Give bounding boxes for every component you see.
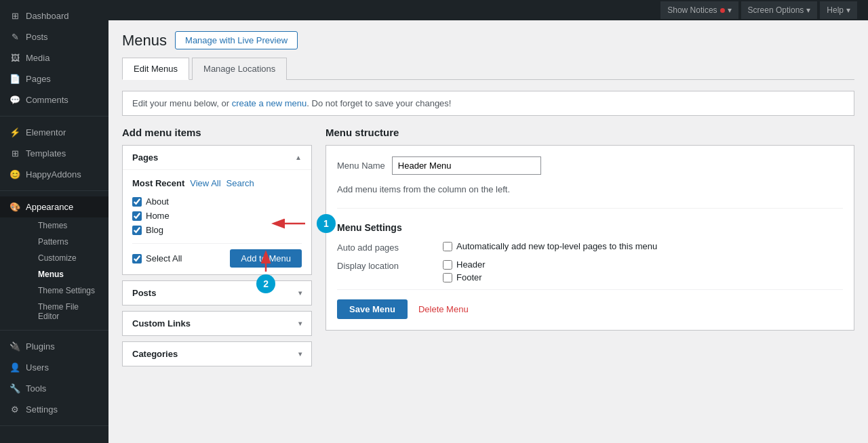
- sidebar-item-media[interactable]: 🖼 Media: [0, 47, 108, 68]
- menu-name-input[interactable]: [392, 156, 541, 175]
- happyaddons-icon: 😊: [9, 169, 20, 180]
- menu-structure-box: Menu Name Add menu items from the column…: [326, 145, 854, 331]
- posts-accordion-title: Posts: [132, 288, 156, 298]
- pages-accordion: Pages ▲ Most Recent View All Search: [122, 145, 312, 275]
- sidebar-item-tools[interactable]: 🔧 Tools: [0, 378, 108, 399]
- sidebar-item-theme-settings[interactable]: Theme Settings: [19, 282, 108, 299]
- custom-links-chevron-icon: ▾: [298, 320, 302, 327]
- pages-accordion-body: Most Recent View All Search About: [123, 169, 311, 274]
- step2-arrow: [258, 254, 274, 274]
- sub-tab-search[interactable]: Search: [226, 177, 254, 190]
- left-panel: Add menu items Pages ▲ Most Recent View …: [122, 127, 312, 372]
- users-icon: 👤: [9, 362, 20, 373]
- select-all-label: Select All: [146, 253, 182, 263]
- live-preview-button[interactable]: Manage with Live Preview: [175, 31, 298, 49]
- menu-empty-text: Add menu items from the column on the le…: [337, 184, 843, 209]
- sidebar-item-posts[interactable]: ✎ Posts: [0, 26, 108, 47]
- posts-chevron-icon: ▾: [298, 289, 302, 297]
- elementor-icon: ⚡: [9, 127, 20, 138]
- notice-dot: [720, 8, 725, 13]
- comments-icon: 💬: [9, 95, 20, 105]
- save-menu-button[interactable]: Save Menu: [337, 299, 408, 319]
- menu-structure-heading: Menu structure: [326, 127, 854, 138]
- sidebar-item-plugins[interactable]: 🔌 Plugins: [0, 336, 108, 357]
- step2-badge: 2: [256, 274, 275, 293]
- plugins-icon: 🔌: [9, 341, 20, 352]
- menu-name-label: Menu Name: [337, 161, 385, 171]
- sidebar-item-happyaddons[interactable]: 😊 HappyAddons: [0, 164, 108, 185]
- add-to-menu-wrapper: Add to Menu: [230, 249, 302, 268]
- screen-options-chevron-icon: ▾: [806, 5, 810, 15]
- top-bar: Show Notices ▾ Screen Options ▾ Help ▾: [108, 0, 868, 20]
- posts-accordion-header[interactable]: Posts ▾: [123, 281, 311, 305]
- page-about-checkbox[interactable]: [132, 197, 142, 207]
- header-location-label[interactable]: Header: [443, 259, 486, 270]
- step2-annotation: 2: [256, 254, 275, 293]
- appearance-submenu: Themes Patterns Customize Menus Theme Se…: [0, 217, 108, 324]
- custom-links-accordion-title: Custom Links: [132, 318, 191, 329]
- pages-accordion-header[interactable]: Pages ▲: [123, 146, 311, 169]
- display-location-control: Header Footer: [443, 259, 486, 282]
- select-all-item[interactable]: Select All: [132, 253, 182, 263]
- sidebar-item-comments[interactable]: 💬 Comments: [0, 89, 108, 110]
- help-label: Help: [827, 5, 844, 15]
- header-location-checkbox[interactable]: [443, 260, 452, 270]
- content-area: Menus Manage with Live Preview Edit Menu…: [108, 20, 868, 443]
- step1-badge: 1: [317, 214, 336, 233]
- sub-tab-most-recent[interactable]: Most Recent: [132, 177, 184, 190]
- tab-manage-locations[interactable]: Manage Locations: [192, 58, 287, 80]
- page-title: Menus: [122, 32, 167, 49]
- sub-tab-view-all[interactable]: View All: [190, 177, 220, 190]
- two-column-layout: Add menu items Pages ▲ Most Recent View …: [122, 127, 854, 372]
- categories-accordion-header[interactable]: Categories ▾: [123, 342, 311, 366]
- show-notices-label: Show Notices: [667, 5, 717, 15]
- custom-links-accordion-header[interactable]: Custom Links ▾: [123, 312, 311, 335]
- notice-text-after: . Do not forget to save your changes!: [307, 98, 451, 108]
- sidebar-item-dashboard[interactable]: ⊞ Dashboard: [0, 5, 108, 26]
- menu-name-row: Menu Name: [337, 156, 843, 175]
- auto-add-checkbox[interactable]: [443, 242, 452, 251]
- help-button[interactable]: Help ▾: [820, 1, 857, 19]
- sidebar-item-themes[interactable]: Themes: [19, 217, 108, 234]
- footer-location-checkbox[interactable]: [443, 273, 452, 282]
- sidebar-item-appearance[interactable]: 🎨 Appearance: [0, 196, 108, 217]
- pages-sub-tabs: Most Recent View All Search: [132, 177, 302, 190]
- show-notices-button[interactable]: Show Notices ▾: [660, 1, 738, 19]
- right-panel: Menu structure Menu Name Add menu items …: [326, 127, 854, 331]
- sidebar-item-patterns[interactable]: Patterns: [19, 234, 108, 250]
- main-area: Show Notices ▾ Screen Options ▾ Help ▾ M…: [108, 0, 868, 443]
- create-new-menu-link[interactable]: create a new menu: [232, 98, 307, 108]
- templates-icon: ⊞: [9, 148, 20, 159]
- auto-add-control: Automatically add new top-level pages to…: [443, 241, 657, 251]
- sidebar-item-theme-file-editor[interactable]: Theme File Editor: [19, 299, 108, 324]
- screen-options-button[interactable]: Screen Options ▾: [741, 1, 818, 19]
- auto-add-label: Auto add pages: [337, 241, 432, 253]
- sidebar-item-pages[interactable]: 📄 Pages: [0, 68, 108, 89]
- page-heading: Menus Manage with Live Preview: [122, 20, 854, 58]
- sidebar-item-users[interactable]: 👤 Users: [0, 357, 108, 378]
- auto-add-checkbox-label[interactable]: Automatically add new top-level pages to…: [443, 241, 657, 251]
- tab-edit-menus[interactable]: Edit Menus: [122, 58, 189, 80]
- sidebar-item-elementor[interactable]: ⚡ Elementor: [0, 122, 108, 143]
- categories-accordion-title: Categories: [132, 349, 178, 359]
- page-blog-checkbox[interactable]: [132, 226, 142, 235]
- notices-chevron-icon: ▾: [728, 5, 732, 15]
- pages-items-wrapper: About Home Blog: [132, 196, 302, 235]
- auto-add-pages-row: Auto add pages Automatically add new top…: [337, 241, 843, 253]
- delete-menu-button[interactable]: Delete Menu: [418, 304, 469, 314]
- add-menu-items-heading: Add menu items: [122, 127, 312, 138]
- sidebar-item-menus[interactable]: Menus: [19, 266, 108, 282]
- select-all-checkbox[interactable]: [132, 254, 142, 263]
- page-about-item[interactable]: About: [132, 196, 302, 207]
- sidebar-item-settings[interactable]: ⚙ Settings: [0, 399, 108, 420]
- menu-actions: Save Menu Delete Menu: [337, 289, 843, 319]
- page-about-label: About: [146, 196, 169, 207]
- footer-location-label[interactable]: Footer: [443, 272, 486, 282]
- help-chevron-icon: ▾: [846, 5, 850, 15]
- tools-icon: 🔧: [9, 383, 20, 394]
- footer-location-text: Footer: [456, 272, 482, 282]
- display-location-row: Display location Header Footer: [337, 259, 843, 282]
- sidebar-item-templates[interactable]: ⊞ Templates: [0, 143, 108, 164]
- sidebar-item-customize[interactable]: Customize: [19, 250, 108, 266]
- page-home-checkbox[interactable]: [132, 211, 142, 221]
